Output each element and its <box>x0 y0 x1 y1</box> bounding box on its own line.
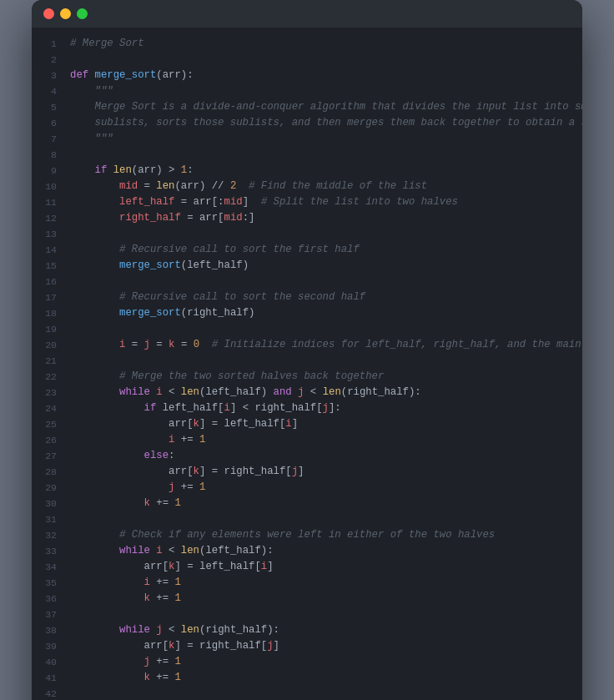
line-5: 5 Merge Sort is a divide-and-conquer alg… <box>32 99 582 115</box>
line-4: 4 """ <box>32 83 582 99</box>
line-19: 19 <box>32 321 582 337</box>
line-22: 22 # Merge the two sorted halves back to… <box>32 369 582 385</box>
line-31: 31 <box>32 511 582 527</box>
close-button[interactable] <box>43 8 54 19</box>
line-20: 20 i = j = k = 0 # Initialize indices fo… <box>32 337 582 353</box>
code-editor[interactable]: 1# Merge Sort 2 3def merge_sort(arr): 4 … <box>32 28 582 700</box>
line-18: 18 merge_sort(right_half) <box>32 305 582 321</box>
line-41: 41 k += 1 <box>32 670 582 686</box>
maximize-button[interactable] <box>77 8 88 19</box>
line-6: 6 sublists, sorts those sublists, and th… <box>32 115 582 131</box>
line-25: 25 arr[k] = left_half[i] <box>32 416 582 432</box>
line-14: 14 # Recursive call to sort the first ha… <box>32 242 582 258</box>
line-28: 28 arr[k] = right_half[j] <box>32 464 582 480</box>
line-27: 27 else: <box>32 448 582 464</box>
line-24: 24 if left_half[i] < right_half[j]: <box>32 400 582 416</box>
line-29: 29 j += 1 <box>32 480 582 496</box>
line-26: 26 i += 1 <box>32 432 582 448</box>
line-1: 1# Merge Sort <box>32 36 582 52</box>
line-15: 15 merge_sort(left_half) <box>32 258 582 274</box>
line-2: 2 <box>32 52 582 68</box>
line-17: 17 # Recursive call to sort the second h… <box>32 290 582 305</box>
line-40: 40 j += 1 <box>32 654 582 670</box>
line-7: 7 """ <box>32 131 582 147</box>
line-32: 32 # Check if any elements were left in … <box>32 527 582 543</box>
line-16: 16 <box>32 274 582 290</box>
line-36: 36 k += 1 <box>32 591 582 607</box>
line-35: 35 i += 1 <box>32 575 582 591</box>
line-3: 3def merge_sort(arr): <box>32 68 582 83</box>
minimize-button[interactable] <box>60 8 71 19</box>
line-42: 42 <box>32 686 582 700</box>
line-21: 21 <box>32 353 582 369</box>
line-11: 11 left_half = arr[:mid] # Split the lis… <box>32 194 582 210</box>
code-window: 1# Merge Sort 2 3def merge_sort(arr): 4 … <box>32 0 582 700</box>
titlebar <box>32 0 582 28</box>
line-8: 8 <box>32 147 582 163</box>
line-34: 34 arr[k] = left_half[i] <box>32 559 582 575</box>
line-33: 33 while i < len(left_half): <box>32 543 582 559</box>
line-38: 38 while j < len(right_half): <box>32 622 582 638</box>
line-9: 9 if len(arr) > 1: <box>32 163 582 179</box>
line-12: 12 right_half = arr[mid:] <box>32 210 582 226</box>
line-10: 10 mid = len(arr) // 2 # Find the middle… <box>32 179 582 194</box>
line-37: 37 <box>32 607 582 622</box>
line-39: 39 arr[k] = right_half[j] <box>32 638 582 654</box>
line-23: 23 while i < len(left_half) and j < len(… <box>32 385 582 400</box>
line-30: 30 k += 1 <box>32 496 582 511</box>
line-13: 13 <box>32 226 582 242</box>
